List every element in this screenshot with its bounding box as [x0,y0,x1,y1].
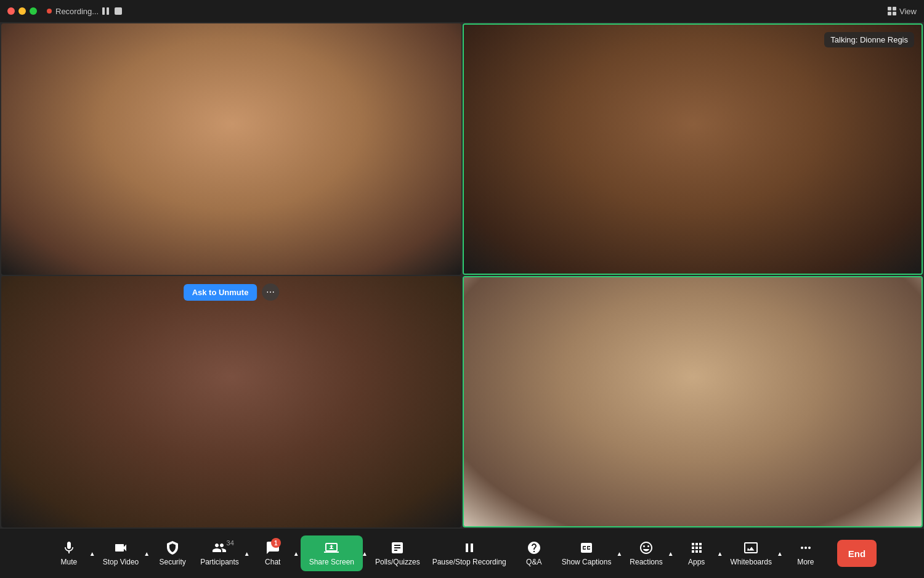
chat-label: Chat [265,558,280,566]
security-button[interactable]: Security [151,537,194,570]
reactions-button[interactable]: Reactions [623,537,668,570]
qa-label: Q&A [526,558,541,566]
pause-recording-group: Pause/Stop Recording [426,537,513,570]
title-bar: Recording... View [0,0,924,22]
whiteboards-button[interactable]: Whiteboards [724,537,778,570]
view-label: View [899,7,917,16]
close-button[interactable] [7,7,15,15]
participant-video-4 [464,277,922,526]
polls-group: Polls/Quizzes [369,537,426,570]
polls-button[interactable]: Polls/Quizzes [369,537,426,570]
stop-video-group: Stop Video ▲ [97,537,151,570]
end-button[interactable]: End [837,540,877,567]
captions-group: Show Captions ▲ [556,537,624,570]
apps-icon [689,540,704,555]
apps-label: Apps [688,558,705,566]
reactions-label: Reactions [630,558,662,566]
more-button[interactable]: More [784,537,827,570]
recording-dot [47,9,52,14]
stop-recording-button[interactable] [115,7,122,15]
chat-group: 1 Chat ▲ [251,537,301,570]
apps-button[interactable]: Apps [675,537,718,570]
polls-icon [390,540,405,555]
security-icon [165,540,180,555]
captions-button[interactable]: Show Captions [556,537,618,570]
whiteboards-group: Whiteboards ▲ [724,537,784,570]
svg-rect-3 [893,12,896,15]
reactions-group: Reactions ▲ [623,537,675,570]
share-screen-icon [324,540,339,555]
more-group: More [784,537,827,570]
video-cell-2: Talking: Dionne Regis [463,23,923,275]
talking-badge: Talking: Dionne Regis [824,32,914,47]
participant-video-2 [464,25,922,274]
ask-to-unmute-button[interactable]: Ask to Unmute [184,284,257,301]
chat-badge: 1 [271,538,281,548]
ask-unmute-container: Ask to Unmute ⋯ [184,283,280,301]
face-overlay-3 [1,276,461,527]
participants-button[interactable]: Participants 34 [194,537,245,570]
polls-label: Polls/Quizzes [375,558,420,566]
participants-icon [212,540,227,555]
participants-group: Participants 34 ▲ [194,537,251,570]
toolbar: Mute ▲ Stop Video ▲ Security Participant… [0,529,924,578]
more-label: More [797,558,814,566]
share-screen-button[interactable]: Share Screen [301,535,363,571]
security-group: Security [151,537,194,570]
captions-label: Show Captions [562,558,612,566]
whiteboards-label: Whiteboards [731,558,772,566]
apps-group: Apps ▲ [675,537,724,570]
reactions-icon [639,540,654,555]
qa-button[interactable]: Q&A [513,537,556,570]
qa-group: Q&A [513,537,556,570]
traffic-lights [7,7,37,15]
captions-icon [579,540,594,555]
mute-button[interactable]: Mute [47,537,91,570]
pause-recording-button[interactable]: Pause/Stop Recording [426,537,513,570]
participant-video-3 [1,276,461,527]
participant-video-1 [1,23,461,275]
mute-icon [62,540,76,555]
title-bar-right: View [887,6,917,16]
minimize-button[interactable] [18,7,26,15]
more-icon [798,540,813,555]
maximize-button[interactable] [30,7,37,15]
participants-count: 34 [227,539,234,547]
face-overlay-2 [464,25,922,274]
recording-controls[interactable] [102,7,111,15]
pause-recording-label: Pause/Stop Recording [432,558,506,566]
view-button[interactable]: View [887,6,917,16]
share-screen-label: Share Screen [309,558,354,566]
title-bar-left: Recording... [7,7,122,16]
chat-button[interactable]: 1 Chat [251,537,294,570]
stop-video-button[interactable]: Stop Video [97,537,145,570]
unmute-more-button[interactable]: ⋯ [262,283,279,301]
face-overlay-4 [464,277,922,526]
video-grid: Talking: Dionne Regis Ask to Unmute ⋯ [0,22,924,529]
qa-icon [527,540,541,555]
mute-label: Mute [60,558,77,566]
recording-indicator: Recording... [47,7,122,16]
video-cell-4 [463,276,923,527]
mute-group: Mute ▲ [47,537,97,570]
video-cell-3: Ask to Unmute ⋯ [1,276,461,527]
svg-rect-2 [888,12,891,15]
svg-rect-0 [888,7,891,10]
pause-recording-icon [462,540,477,555]
view-icon [887,6,897,16]
stop-video-label: Stop Video [103,558,139,566]
video-cell-1 [1,23,461,275]
whiteboards-icon [744,540,758,555]
participants-label: Participants [200,558,239,566]
face-overlay-1 [1,23,461,275]
svg-rect-1 [893,7,896,10]
recording-text: Recording... [55,7,99,16]
video-icon [113,540,128,555]
share-screen-group: Share Screen ▲ [301,535,369,571]
security-label: Security [159,558,185,566]
